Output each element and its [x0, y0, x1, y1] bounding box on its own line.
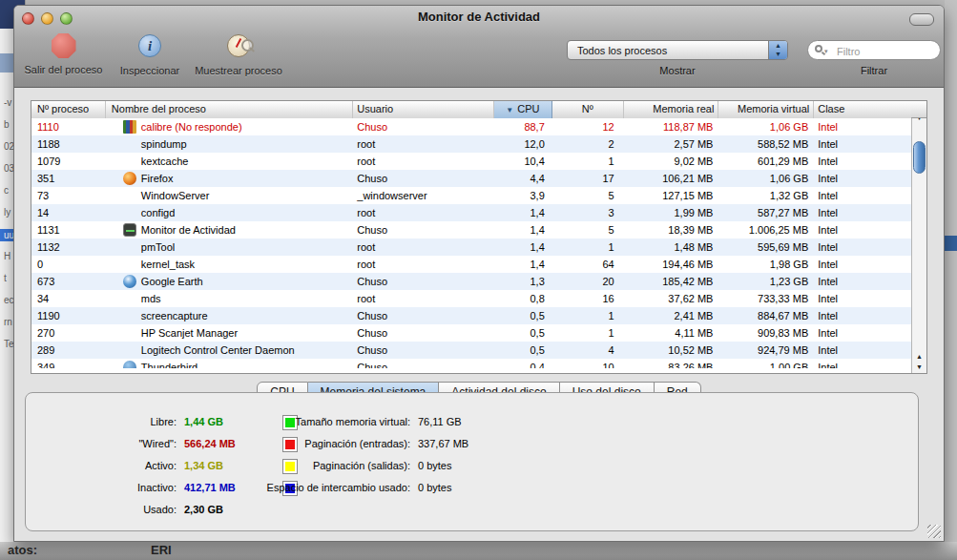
table-row[interactable]: 1188spindumproot12,022,57 MB588,52 MBInt…: [31, 135, 911, 153]
table-row[interactable]: 351FirefoxChuso4,417106,21 MB1,06 GBInte…: [31, 170, 911, 187]
table-row[interactable]: 349ThunderbirdChuso0,41083,26 MB1,00 GBI…: [31, 359, 911, 368]
cell-vmem: 1,06 GB: [718, 170, 814, 187]
cell-threads: 1: [552, 324, 624, 342]
cell-cpu: 1,4: [494, 256, 552, 273]
background-scrollbar-fragment: [945, 236, 957, 251]
table-row[interactable]: 0kernel_taskroot1,464194,46 MB1,98 GBInt…: [31, 256, 911, 273]
column-header-kind[interactable]: Clase: [814, 101, 911, 118]
memory-detail-row: Espacio de intercambio usado:0 bytes: [186, 482, 451, 497]
cell-user: root: [353, 239, 494, 256]
column-header-threads[interactable]: Nº: [552, 101, 624, 118]
cell-vmem: 587,27 MB: [718, 204, 814, 221]
cell-vmem: 924,79 MB: [718, 342, 814, 359]
cell-kind: Intel: [814, 170, 911, 187]
table-row[interactable]: 289Logitech Control Center DaemonChuso0,…: [31, 342, 911, 359]
cell-name: mds: [106, 290, 353, 307]
table-row[interactable]: 14configdroot1,431,99 MB587,27 MBIntel: [31, 204, 911, 221]
quit-process-button[interactable]: Salir del proceso: [18, 31, 109, 75]
cell-vmem: 733,33 MB: [718, 290, 814, 307]
cell-pid: 1131: [31, 221, 106, 239]
process-table: Nº procesoNombre del procesoUsuario▼CPUN…: [31, 100, 927, 374]
table-row[interactable]: 34mdsroot0,81637,62 MB733,33 MBIntel: [31, 290, 911, 307]
cell-name: Thunderbird: [106, 359, 353, 368]
column-header-user[interactable]: Usuario: [353, 101, 494, 118]
scroll-down-icon[interactable]: ▼: [912, 362, 926, 372]
filter-search-field[interactable]: ▾: [807, 40, 941, 60]
firefox-icon: [123, 172, 136, 185]
filter-group-label: Filtrar: [807, 65, 941, 76]
inspect-label: Inspeccionar: [113, 65, 187, 76]
column-header-cpu[interactable]: ▼CPU: [494, 101, 552, 118]
background-text-fragment: ERI: [151, 543, 172, 557]
scroll-up-icon[interactable]: ▲: [912, 351, 926, 362]
cell-user: Chuso: [353, 221, 494, 239]
cell-rmem: 4,11 MB: [624, 324, 719, 342]
table-row[interactable]: 1190screencaptureChuso0,512,41 MB884,67 …: [31, 307, 911, 324]
cell-cpu: 12,0: [494, 135, 552, 153]
cell-user: Chuso: [353, 307, 494, 324]
cell-kind: Intel: [814, 324, 911, 342]
cell-kind: Intel: [814, 342, 911, 359]
table-row[interactable]: 270HP Scanjet ManagerChuso0,514,11 MB909…: [31, 324, 911, 342]
cell-threads: 10: [552, 359, 624, 368]
cell-threads: 64: [552, 256, 624, 273]
cell-threads: 3: [552, 204, 624, 221]
cell-pid: 1132: [31, 239, 106, 256]
background-text-fragment: -v: [4, 97, 11, 108]
table-row[interactable]: 1079kextcacheroot10,419,02 MB601,29 MBIn…: [31, 153, 911, 170]
cell-kind: Intel: [814, 221, 911, 239]
column-header-vmem[interactable]: Memoria virtual: [718, 101, 814, 118]
column-header-rmem[interactable]: Memoria real: [624, 101, 719, 118]
cell-pid: 1190: [31, 307, 106, 324]
column-header-pid[interactable]: Nº proceso: [31, 101, 106, 118]
table-row[interactable]: 73WindowServer_windowserver3,95127,15 MB…: [31, 187, 911, 204]
cell-user: Chuso: [353, 273, 494, 290]
scrollbar-thumb[interactable]: [913, 141, 926, 174]
cell-name: spindump: [106, 135, 353, 153]
sample-process-button[interactable]: Muestrear proceso: [186, 31, 291, 76]
cell-name: WindowServer: [106, 187, 353, 204]
filter-input[interactable]: [835, 42, 938, 60]
titlebar[interactable]: Monitor de Actividad: [14, 6, 944, 29]
cell-cpu: 0,5: [494, 342, 552, 359]
cell-rmem: 18,39 MB: [624, 221, 719, 239]
cell-pid: 673: [31, 273, 106, 290]
inspect-button[interactable]: i Inspeccionar: [113, 31, 187, 76]
table-row[interactable]: 1131Monitor de ActividadChuso1,4518,39 M…: [31, 221, 911, 239]
table-row[interactable]: 673Google EarthChuso1,320185,42 MB1,23 G…: [31, 273, 911, 290]
cell-kind: Intel: [814, 118, 911, 135]
table-row[interactable]: 1132pmToolroot1,411,48 MB595,69 MBIntel: [31, 239, 911, 256]
cell-pid: 14: [31, 204, 106, 221]
cell-threads: 1: [552, 153, 624, 170]
cell-kind: Intel: [814, 273, 911, 290]
sample-gauge-icon: [227, 34, 250, 57]
cell-kind: Intel: [814, 135, 911, 153]
column-header-name[interactable]: Nombre del proceso: [106, 101, 353, 118]
show-group-label: Mostrar: [567, 65, 788, 76]
cell-pid: 1079: [31, 153, 106, 170]
cell-rmem: 194,46 MB: [624, 256, 719, 273]
cell-rmem: 1,48 MB: [624, 239, 719, 256]
resize-grip[interactable]: [927, 525, 941, 538]
cell-cpu: 10,4: [494, 153, 552, 170]
cell-pid: 1110: [31, 118, 106, 135]
cell-name: Monitor de Actividad: [106, 221, 353, 239]
cell-kind: Intel: [814, 307, 911, 324]
cell-threads: 12: [552, 118, 624, 135]
cell-kind: Intel: [814, 290, 911, 307]
memory-detail-row: Tamaño memoria virtual:76,11 GB: [186, 416, 462, 431]
cell-user: Chuso: [353, 118, 494, 135]
background-strip-right: [945, 0, 957, 560]
quit-process-label: Salir del proceso: [18, 64, 109, 75]
cell-name: calibre (No responde): [106, 118, 353, 135]
cell-rmem: 1,99 MB: [624, 204, 719, 221]
cell-cpu: 1,4: [494, 221, 552, 239]
background-text-fragment: c: [4, 185, 9, 196]
memory-detail-row: Paginación (salidas):0 bytes: [186, 460, 451, 475]
cell-vmem: 1,06 GB: [718, 118, 814, 135]
table-row[interactable]: 1110calibre (No responde)Chuso88,712118,…: [31, 118, 911, 135]
cell-vmem: 595,69 MB: [718, 239, 814, 256]
show-processes-popup[interactable]: Todos los procesos ▲▼: [567, 40, 788, 60]
vertical-scrollbar[interactable]: ▲ ▼ ▲ ▼: [911, 101, 926, 373]
toolbar-toggle-button[interactable]: [909, 13, 934, 26]
